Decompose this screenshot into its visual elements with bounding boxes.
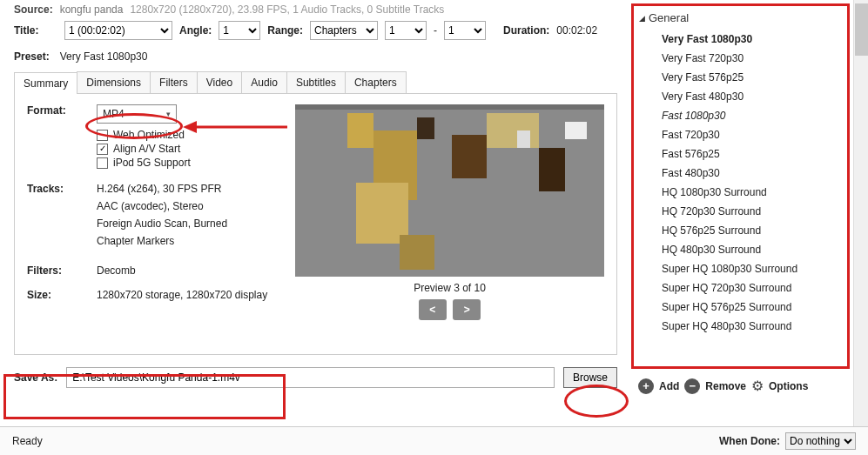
options-button[interactable]: Options — [769, 380, 808, 392]
status-text: Ready — [12, 435, 43, 447]
source-meta: 1280x720 (1280x720), 23.98 FPS, 1 Audio … — [130, 3, 444, 16]
angle-select[interactable]: 1 — [219, 21, 260, 40]
save-as-input[interactable] — [66, 367, 555, 388]
preset-item[interactable]: Super HQ 576p25 Surround — [636, 298, 845, 317]
preset-item[interactable]: Super HQ 720p30 Surround — [636, 278, 845, 298]
remove-preset-button[interactable]: Remove — [705, 380, 746, 392]
range-type-select[interactable]: Chapters — [310, 21, 378, 40]
checkbox-label: Web Optimized — [113, 129, 185, 141]
preset-item[interactable]: HQ 1080p30 Surround — [636, 183, 845, 202]
checkbox-label: Align A/V Start — [113, 143, 180, 155]
save-as-label: Save As: — [14, 371, 57, 384]
range-from-select[interactable]: 1 — [385, 21, 427, 40]
plus-icon[interactable]: + — [638, 378, 654, 394]
tab-summary[interactable]: Summary — [14, 72, 77, 94]
preset-item[interactable]: HQ 720p30 Surround — [636, 202, 845, 221]
checkbox-label: iPod 5G Support — [113, 157, 191, 169]
minus-icon[interactable]: − — [684, 378, 700, 394]
tab-video[interactable]: Video — [197, 71, 242, 93]
tab-filters[interactable]: Filters — [150, 71, 198, 93]
when-done-label: When Done: — [719, 435, 780, 447]
preset-item[interactable]: HQ 576p25 Surround — [636, 221, 845, 240]
when-done-select[interactable]: Do nothing — [785, 432, 856, 450]
checkbox-ipod-5g-support[interactable] — [97, 157, 108, 169]
filters-value: Decomb — [97, 264, 285, 277]
preview-prev-button[interactable]: < — [419, 299, 447, 320]
track-item: AAC (avcodec), Stereo — [97, 200, 285, 212]
duration-value: 00:02:02 — [556, 24, 597, 37]
checkbox-align-a-v-start[interactable] — [97, 144, 108, 155]
preset-item[interactable]: Fast 480p30 — [636, 164, 845, 183]
presets-panel: ◢ General Very Fast 1080p30Very Fast 720… — [631, 3, 850, 369]
range-label: Range: — [267, 24, 303, 37]
preview-image — [295, 104, 604, 277]
duration-label: Duration: — [503, 24, 549, 37]
source-row: Source: kongfu panda 1280x720 (1280x720)… — [0, 0, 631, 17]
range-to-select[interactable]: 1 — [444, 21, 486, 40]
tab-audio[interactable]: Audio — [241, 71, 287, 93]
preset-item[interactable]: Super HQ 480p30 Surround — [636, 317, 845, 336]
size-label: Size: — [27, 289, 79, 301]
vertical-scrollbar[interactable] — [853, 0, 868, 426]
source-name: kongfu panda — [60, 3, 124, 16]
size-value: 1280x720 storage, 1280x720 display — [97, 289, 285, 301]
checkbox-web-optimized[interactable] — [97, 130, 108, 141]
format-label: Format: — [27, 104, 79, 171]
range-dash: - — [434, 24, 437, 37]
format-value: MP4 — [103, 108, 124, 120]
gear-icon[interactable]: ⚙ — [751, 378, 764, 394]
tracks-label: Tracks: — [27, 183, 79, 252]
track-item: Chapter Markers — [97, 235, 285, 247]
presets-category-general[interactable]: ◢ General — [636, 10, 845, 30]
tab-subtitles[interactable]: Subtitles — [286, 71, 346, 93]
preset-label: Preset: — [14, 50, 50, 63]
source-label: Source: — [14, 3, 53, 16]
track-item: H.264 (x264), 30 FPS PFR — [97, 183, 285, 195]
triangle-down-icon: ◢ — [639, 14, 645, 23]
angle-label: Angle: — [179, 24, 212, 37]
preset-item[interactable]: Fast 576p25 — [636, 144, 845, 164]
tab-dimensions[interactable]: Dimensions — [77, 71, 151, 93]
preview-next-button[interactable]: > — [453, 299, 481, 320]
preset-item[interactable]: Super HQ 1080p30 Surround — [636, 259, 845, 278]
preset-item[interactable]: Very Fast 576p25 — [636, 68, 845, 87]
title-label: Title: — [14, 24, 57, 37]
preset-item[interactable]: Very Fast 1080p30 — [636, 30, 845, 49]
format-select[interactable]: MP4 ▾ — [97, 104, 177, 124]
preset-item[interactable]: Fast 1080p30 — [636, 106, 845, 125]
tab-chapters[interactable]: Chapters — [345, 71, 407, 93]
presets-category-label: General — [649, 11, 689, 24]
chevron-down-icon: ▾ — [166, 110, 171, 118]
filters-label: Filters: — [27, 264, 79, 277]
preset-item[interactable]: Very Fast 480p30 — [636, 87, 845, 106]
preset-item[interactable]: Very Fast 720p30 — [636, 49, 845, 68]
tabs: SummaryDimensionsFiltersVideoAudioSubtit… — [14, 71, 617, 94]
preview-counter: Preview 3 of 10 — [295, 282, 604, 294]
browse-button[interactable]: Browse — [563, 367, 617, 388]
preset-item[interactable]: HQ 480p30 Surround — [636, 240, 845, 259]
track-item: Foreign Audio Scan, Burned — [97, 217, 285, 230]
title-select[interactable]: 1 (00:02:02) — [64, 21, 172, 40]
add-preset-button[interactable]: Add — [659, 380, 679, 392]
preset-item[interactable]: Fast 720p30 — [636, 125, 845, 144]
preset-value: Very Fast 1080p30 — [60, 50, 148, 63]
